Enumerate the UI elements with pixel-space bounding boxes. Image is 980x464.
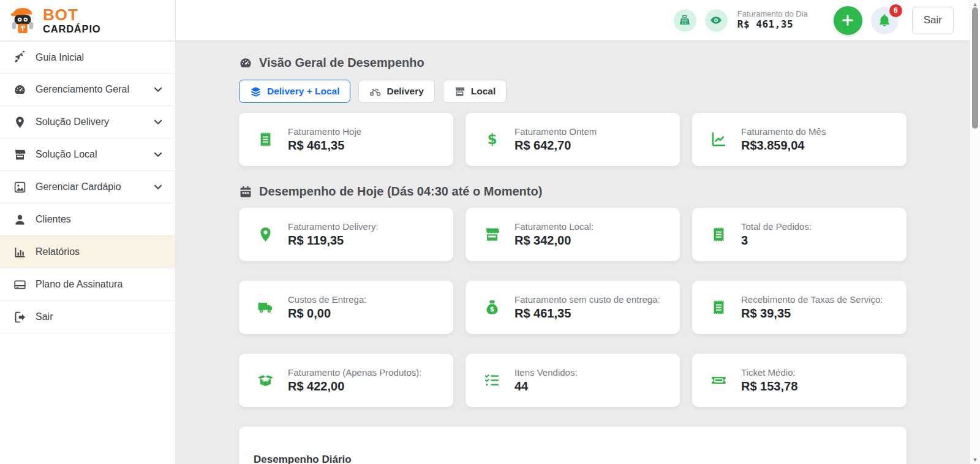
app-window: BOT CARDÁPIO Guia Inicial Gerenciamento …: [0, 0, 980, 464]
today-cards: Faturamento Delivery: R$ 119,35 Faturame…: [239, 208, 907, 407]
user-icon: [13, 213, 26, 226]
main-area: Faturamento do Dia R$ 461,35 6 Sair Visã…: [176, 0, 970, 464]
stat-label: Total de Pedidos:: [741, 221, 812, 232]
sidebar-item-guia-inicial[interactable]: Guia Inicial: [0, 41, 175, 74]
store-icon: [484, 226, 500, 243]
overview-cards: Faturamento Hoje R$ 461,35 Faturamento O…: [239, 113, 907, 166]
stat-value: 44: [514, 379, 578, 394]
receipt-icon: [710, 226, 727, 243]
stat-value: R$ 642,70: [514, 139, 597, 153]
credit-card-icon: [13, 278, 26, 291]
scrollbar-up-arrow[interactable]: ▲: [970, 1, 980, 7]
store-icon: [13, 148, 26, 161]
chevron-down-icon: [153, 182, 163, 192]
stat-label: Faturamento Ontem: [514, 126, 597, 137]
stat-card-faturamento-produtos: Faturamento (Apenas Produtos): R$ 422,00: [239, 354, 453, 407]
stat-card-faturamento-sem-entrega: Faturamento sem custo de entrega: R$ 461…: [466, 281, 680, 334]
cash-register-icon: [679, 14, 691, 26]
sidebar-item-label: Sair: [36, 311, 53, 322]
map-pin-icon: [13, 116, 26, 129]
daily-performance-title: Desempenho Diário: [254, 454, 892, 464]
sidebar-item-label: Solução Local: [36, 149, 97, 160]
image-file-icon: [13, 181, 26, 194]
sidebar-item-gerenciamento-geral[interactable]: Gerenciamento Geral: [0, 74, 175, 106]
sidebar-item-label: Relatórios: [36, 246, 80, 257]
stat-value: R$ 461,35: [514, 306, 660, 321]
calendar-icon: [239, 185, 252, 199]
box-open-icon: [257, 372, 274, 389]
sidebar-item-relatorios[interactable]: Relatórios: [0, 236, 175, 268]
brand-robot-icon: [9, 6, 37, 34]
scrollbar-thumb[interactable]: [972, 7, 978, 129]
stat-label: Custos de Entrega:: [288, 294, 366, 305]
chevron-down-icon: [153, 117, 163, 127]
cash-register-button[interactable]: [674, 9, 696, 32]
store-icon: [454, 86, 466, 97]
sidebar-item-label: Plano de Assinatura: [36, 279, 123, 290]
chevron-down-icon: [153, 150, 163, 159]
daily-performance-panel: Desempenho Diário: [239, 427, 907, 464]
tab-label: Delivery + Local: [267, 86, 339, 97]
truck-icon: [257, 299, 274, 316]
sidebar-item-label: Guia Inicial: [36, 52, 84, 63]
logout-button[interactable]: Sair: [912, 7, 954, 34]
tab-local[interactable]: Local: [443, 80, 507, 103]
sidebar-item-label: Clientes: [36, 214, 71, 225]
list-check-icon: [484, 372, 500, 389]
notification-badge: 6: [889, 4, 902, 17]
stat-card-faturamento-local: Faturamento Local: R$ 342,00: [466, 208, 680, 261]
plus-icon: [841, 13, 854, 27]
sidebar-item-solucao-local[interactable]: Solução Local: [0, 139, 175, 171]
stat-card-taxas-servico: Recebimento de Taxas de Serviço: R$ 39,3…: [692, 281, 907, 334]
map-pin-icon: [257, 226, 274, 243]
sidebar-item-label: Gerenciamento Geral: [36, 84, 129, 95]
stat-value: R$ 422,00: [288, 379, 421, 394]
stat-label: Itens Vendidos:: [514, 367, 578, 378]
stat-card-faturamento-mes: Faturamento do Mês R$3.859,04: [692, 113, 907, 166]
daily-revenue: Faturamento do Dia R$ 461,35: [737, 10, 808, 30]
content-scroll-area: Visão Geral de Desempenho Delivery + Loc…: [176, 41, 970, 464]
stat-card-faturamento-ontem: Faturamento Ontem R$ 642,70: [466, 113, 680, 166]
stat-card-faturamento-hoje: Faturamento Hoje R$ 461,35: [239, 113, 453, 166]
stat-value: R$ 153,78: [741, 379, 797, 394]
daily-revenue-label: Faturamento do Dia: [737, 10, 808, 19]
stat-card-faturamento-delivery: Faturamento Delivery: R$ 119,35: [239, 208, 453, 261]
chart-line-icon: [710, 131, 727, 148]
notifications-button[interactable]: 6: [871, 7, 899, 34]
tab-label: Delivery: [386, 86, 423, 97]
tab-delivery-local[interactable]: Delivery + Local: [239, 80, 350, 103]
section-title-text: Desempenho de Hoje (Dás 04:30 até o Mome…: [259, 184, 542, 199]
today-section-title: Desempenho de Hoje (Dás 04:30 até o Mome…: [239, 184, 907, 199]
stat-label: Faturamento Delivery:: [288, 221, 379, 232]
sidebar: BOT CARDÁPIO Guia Inicial Gerenciamento …: [0, 0, 176, 464]
vertical-scrollbar[interactable]: ▲ ▼: [970, 0, 980, 464]
stat-label: Faturamento sem custo de entrega:: [514, 294, 660, 305]
stat-label: Faturamento Local:: [514, 221, 594, 232]
money-bag-icon: [484, 299, 500, 316]
rocket-icon: [13, 51, 26, 64]
brand-cardapio-text: CARDÁPIO: [43, 24, 100, 34]
bell-icon: [878, 13, 891, 27]
brand-logo[interactable]: BOT CARDÁPIO: [0, 0, 175, 41]
sidebar-item-clientes[interactable]: Clientes: [0, 203, 175, 236]
receipt-icon: [710, 299, 727, 316]
stat-value: R$ 461,35: [288, 139, 361, 153]
sidebar-item-gerenciar-cardapio[interactable]: Gerenciar Cardápio: [0, 171, 175, 203]
tab-delivery[interactable]: Delivery: [358, 80, 434, 103]
sign-out-icon: [13, 311, 26, 324]
overview-section-title: Visão Geral de Desempenho: [239, 56, 907, 70]
visibility-toggle-button[interactable]: [705, 9, 728, 32]
gauge-icon: [239, 56, 252, 70]
sidebar-item-plano-assinatura[interactable]: Plano de Assinatura: [0, 268, 175, 301]
sidebar-item-solucao-delivery[interactable]: Solução Delivery: [0, 106, 175, 139]
add-button[interactable]: [834, 6, 862, 35]
sidebar-item-sair[interactable]: Sair: [0, 301, 175, 333]
scrollbar-down-arrow[interactable]: ▼: [970, 457, 980, 463]
section-title-text: Visão Geral de Desempenho: [259, 56, 424, 70]
stat-label: Ticket Médio:: [741, 367, 797, 378]
chevron-down-icon: [153, 85, 163, 94]
stat-value: R$ 39,35: [741, 306, 883, 321]
stat-label: Faturamento do Mês: [741, 126, 826, 137]
daily-revenue-value: R$ 461,35: [737, 19, 808, 30]
sidebar-nav: Guia Inicial Gerenciamento Geral Solução…: [0, 41, 175, 333]
